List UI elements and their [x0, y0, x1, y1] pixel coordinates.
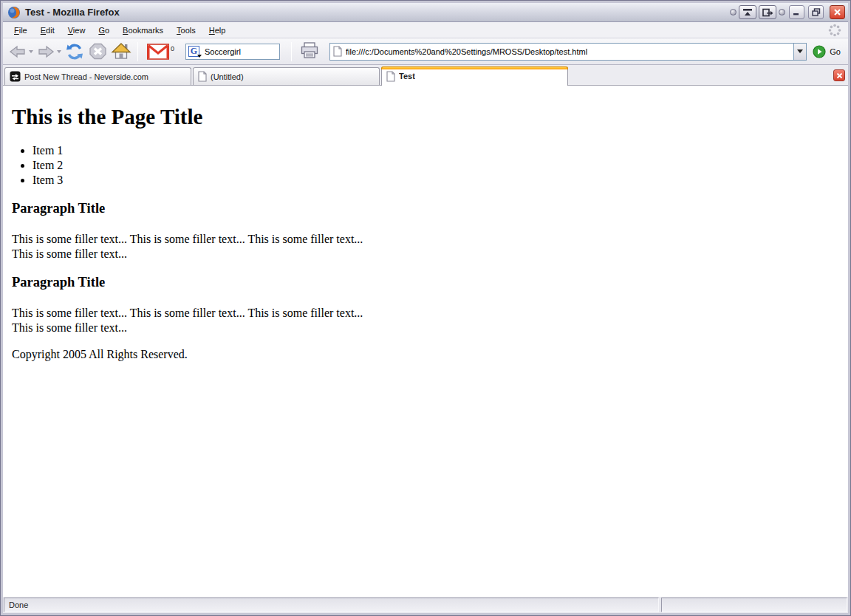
forward-button[interactable] [35, 42, 62, 61]
bullet-list: Item 1 Item 2 Item 3 [12, 143, 839, 188]
search-engine-dropdown-icon[interactable] [197, 55, 202, 58]
throbber-icon [827, 23, 842, 38]
tab-untitled[interactable]: (Untitled) [193, 67, 380, 85]
list-item: Item 1 [33, 143, 839, 158]
titlebar[interactable]: Test - Mozilla Firefox [3, 3, 848, 22]
page-icon [386, 71, 395, 82]
tab-test-active[interactable]: Test [381, 66, 568, 86]
print-icon [299, 41, 320, 60]
menu-help[interactable]: Help [202, 24, 233, 37]
rollup-icon [742, 8, 753, 16]
forward-icon [36, 43, 55, 61]
gmail-icon [147, 44, 169, 60]
close-tab-button[interactable] [833, 69, 845, 81]
close-button[interactable] [830, 5, 845, 19]
section-heading: Paragraph Title [12, 275, 839, 290]
go-button[interactable]: Go [813, 45, 841, 58]
gmail-notifier-button[interactable]: 0 [146, 43, 175, 61]
url-history-dropdown-button[interactable] [793, 44, 806, 60]
menu-file[interactable]: File [7, 24, 34, 37]
url-input[interactable] [346, 46, 793, 58]
forward-dropdown-icon[interactable] [57, 50, 61, 53]
page-icon [198, 71, 207, 82]
menu-edit[interactable]: Edit [34, 24, 61, 37]
titlebar-knob-left-icon [730, 9, 736, 16]
status-panel-right [661, 598, 847, 612]
close-icon [836, 72, 843, 79]
reload-icon [64, 42, 85, 61]
home-button[interactable] [110, 41, 132, 62]
gmail-unread-count: 0 [171, 45, 174, 52]
print-button[interactable] [298, 40, 321, 63]
close-icon [833, 8, 841, 16]
chevron-down-icon [797, 49, 803, 53]
paragraph-line: This is some filler text... This is some… [12, 306, 839, 321]
menu-tools[interactable]: Tools [170, 24, 202, 37]
restore-button[interactable] [808, 5, 824, 19]
toolbar-separator [137, 42, 138, 61]
back-icon [8, 43, 27, 61]
page-icon [333, 46, 342, 57]
page-content: This is the Page Title Item 1 Item 2 Ite… [3, 86, 848, 597]
browser-window: Test - Mozilla Firefox [0, 0, 851, 616]
google-search-engine-icon[interactable]: G [188, 46, 199, 57]
section-paragraph: This is some filler text... This is some… [12, 232, 839, 261]
tab-post-new-thread[interactable]: Post New Thread - Neverside.com [4, 67, 191, 85]
status-text: Done [9, 600, 28, 609]
toolbar-separator-2 [291, 42, 292, 61]
paragraph-line: This is some filler text... [12, 321, 839, 335]
tab-label: (Untitled) [211, 72, 244, 81]
home-icon [111, 42, 131, 61]
menu-view[interactable]: View [61, 24, 92, 37]
stop-icon [88, 42, 108, 61]
list-item: Item 3 [33, 173, 839, 188]
window-title: Test - Mozilla Firefox [25, 7, 730, 18]
status-message: Done [4, 598, 659, 612]
back-button[interactable] [7, 42, 34, 61]
titlebar-knob-right-icon [779, 9, 785, 16]
go-icon [813, 45, 826, 58]
minimize-icon [793, 9, 801, 16]
list-item: Item 2 [33, 158, 839, 173]
copyright-text: Copyright 2005 All Rights Reserved. [12, 347, 839, 362]
paragraph-line: This is some filler text... This is some… [12, 232, 839, 247]
send-to-desktop-button[interactable] [759, 5, 776, 19]
paragraph-line: This is some filler text... [12, 247, 839, 261]
tab-bar: Post New Thread - Neverside.com (Untitle… [3, 65, 848, 86]
minimize-button[interactable] [789, 5, 804, 19]
search-box[interactable]: G [185, 44, 280, 60]
stop-button[interactable] [87, 41, 109, 61]
firefox-icon [7, 6, 21, 19]
send-window-icon [762, 8, 773, 17]
neverside-favicon-icon [10, 71, 21, 82]
reload-button[interactable] [64, 41, 86, 62]
status-bar: Done [3, 597, 848, 613]
page-title: This is the Page Title [12, 105, 839, 129]
restore-icon [812, 8, 821, 16]
section-heading: Paragraph Title [12, 201, 839, 216]
back-dropdown-icon[interactable] [29, 50, 33, 53]
menubar: File Edit View Go Bookmarks Tools Help [3, 22, 848, 38]
rollup-window-button[interactable] [739, 5, 756, 19]
address-bar[interactable] [329, 43, 807, 61]
navigation-toolbar: 0 G [3, 38, 848, 65]
menu-bookmarks[interactable]: Bookmarks [116, 24, 170, 37]
go-label: Go [830, 47, 841, 56]
menu-go[interactable]: Go [92, 24, 116, 37]
section-paragraph: This is some filler text... This is some… [12, 306, 839, 335]
tab-label: Test [399, 72, 415, 81]
search-input[interactable] [205, 46, 277, 58]
tab-label: Post New Thread - Neverside.com [24, 72, 148, 81]
